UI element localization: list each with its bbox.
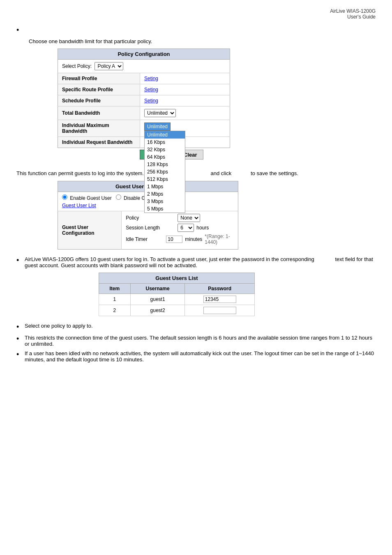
dd-item-2mbps[interactable]: 2 Mbps (145, 190, 185, 198)
individual-max-dropdown-container: Unlimited Unlimited 16 Kbps 32 Kbps 64 K… (144, 123, 171, 131)
table-title-row: Policy Configuration (58, 49, 230, 60)
schedule-profile-row: Schedule Profile Seting (58, 95, 230, 106)
policy-select[interactable]: None (178, 214, 200, 222)
intro-text: Choose one bandwidth limit for that part… (29, 37, 376, 46)
row1-item: 1 (99, 294, 131, 305)
firewall-profile-label: Firewall Profile (58, 73, 140, 84)
dd-item-5mbps[interactable]: 5 Mbps (145, 205, 185, 213)
select-policy-label: Select Policy: (62, 63, 92, 69)
row2-item: 2 (99, 305, 131, 316)
schedule-profile-link[interactable]: Seting (144, 98, 158, 104)
total-bandwidth-label: Total Bandwidth (58, 106, 140, 120)
header: AirLive WIAS-1200G User's Guide (16, 8, 376, 20)
header-subtitle: User's Guide (347, 14, 376, 20)
bullet-policy: • Select one policy to apply to. (16, 323, 376, 332)
schedule-profile-label: Schedule Profile (58, 95, 140, 106)
row2-password (185, 305, 255, 316)
guest-config-label: Guest User Configuration (58, 211, 122, 249)
guest-list-header-row: Item Username Password (99, 283, 255, 294)
col-password: Password (185, 283, 255, 294)
policy-config-title: Policy Configuration (58, 49, 230, 60)
individual-max-label: Individual Maximum Bandwidth (58, 120, 140, 137)
clear-label: Clear (184, 152, 197, 158)
header-title: AirLive WIAS-1200G (330, 8, 376, 14)
table-row: 2 guest2 (99, 305, 255, 316)
dd-item-256kbps[interactable]: 256 Kbps (145, 168, 185, 176)
col-username: Username (130, 283, 185, 294)
total-bandwidth-value: Unlimited 16 Kbps 32 Kbps (140, 106, 230, 120)
select-policy-dropdown[interactable]: Policy A (95, 62, 123, 70)
total-bandwidth-row: Total Bandwidth Unlimited 16 Kbps 32 Kbp… (58, 106, 230, 120)
bullet-session: • This restricts the connection time of … (16, 335, 376, 347)
policy-config-section: Policy Configuration Select Policy: Poli… (58, 49, 376, 160)
policy-row: Policy None (126, 214, 234, 222)
dd-item-16kbps[interactable]: 16 Kbps (145, 139, 185, 146)
firewall-profile-row: Firewall Profile Seting (58, 73, 230, 84)
row1-username: guest1 (130, 294, 185, 305)
guest-users-list-table: Guest Users List Item Username Password … (99, 273, 255, 316)
dd-item-unlimited[interactable]: Unlimited (145, 131, 185, 139)
schedule-profile-value: Seting (140, 95, 230, 106)
enable-guest-radio[interactable] (62, 194, 67, 200)
individual-request-label: Individual Request Bandwidth (58, 137, 140, 148)
dd-item-32kbps[interactable]: 32 Kbps (145, 146, 185, 153)
bullet-guest-users: • AirLive WIAS-1200G offers 10 guest use… (16, 256, 376, 268)
dd-item-512kbps[interactable]: 512 Kbps (145, 176, 185, 183)
guest-config-fields: Policy None Session Length 6 hours Idle (122, 211, 238, 249)
individual-max-selected[interactable]: Unlimited (144, 123, 171, 131)
dd-item-3mbps[interactable]: 3 Mbps (145, 198, 185, 205)
table-row: 1 guest1 (99, 294, 255, 305)
idle-label: Idle Timer (126, 236, 164, 242)
guest-list-title-row: Guest Users List (99, 273, 255, 283)
bullet-point-1: • (16, 26, 25, 35)
policy-label: Policy (126, 215, 175, 221)
idle-range: *(Range: 1-1440) (205, 234, 234, 245)
individual-max-value: Unlimited Unlimited 16 Kbps 32 Kbps 64 K… (140, 120, 230, 137)
firewall-profile-value: Seting (140, 73, 230, 84)
specific-route-value: Seting (140, 84, 230, 95)
guest-config-section: Guest User Configuration Enable Guest Us… (58, 181, 376, 250)
bullet-idle: • If a user has been idled with no netwo… (16, 350, 376, 363)
disable-guest-radio[interactable] (116, 194, 121, 200)
individual-max-row: Individual Maximum Bandwidth Unlimited U… (58, 120, 230, 137)
col-item: Item (99, 283, 131, 294)
dd-item-8mbps[interactable]: 8 Mbps (145, 213, 185, 213)
specific-route-link[interactable]: Seting (144, 87, 158, 92)
guest-main-row: Guest User Configuration Policy None Ses… (58, 211, 238, 249)
select-policy-row: Select Policy: Policy A (58, 60, 230, 73)
session-row: Session Length 6 hours (126, 224, 234, 232)
firewall-profile-link[interactable]: Seting (144, 76, 158, 81)
policy-config-table: Policy Configuration Select Policy: Poli… (58, 49, 230, 148)
specific-route-label: Specific Route Profile (58, 84, 140, 95)
session-label: Session Length (126, 225, 175, 231)
dd-item-1mbps[interactable]: 1 Mbps (145, 183, 185, 190)
individual-max-menu: Unlimited 16 Kbps 32 Kbps 64 Kbps 128 Kb… (144, 131, 185, 213)
idle-input[interactable] (166, 236, 182, 243)
idle-unit: minutes (185, 236, 202, 242)
row1-password-input[interactable] (203, 296, 236, 303)
idle-row: Idle Timer minutes *(Range: 1-1440) (126, 234, 234, 245)
total-bandwidth-select[interactable]: Unlimited 16 Kbps 32 Kbps (144, 109, 176, 117)
dd-item-64kbps[interactable]: 64 Kbps (145, 153, 185, 161)
row2-username: guest2 (130, 305, 185, 316)
row1-password (185, 294, 255, 305)
specific-route-row: Specific Route Profile Seting (58, 84, 230, 95)
individual-request-row: Individual Request Bandwidth (58, 137, 230, 148)
guest-intro-para: This function can permit guests to log i… (16, 169, 376, 178)
enable-guest-label[interactable]: Enable Guest User (62, 194, 112, 201)
session-unit: hours (196, 225, 209, 231)
row2-password-input[interactable] (203, 307, 236, 314)
dd-item-128kbps[interactable]: 128 Kbps (145, 161, 185, 168)
guest-list-title: Guest Users List (99, 273, 255, 283)
session-select[interactable]: 6 (178, 224, 194, 232)
